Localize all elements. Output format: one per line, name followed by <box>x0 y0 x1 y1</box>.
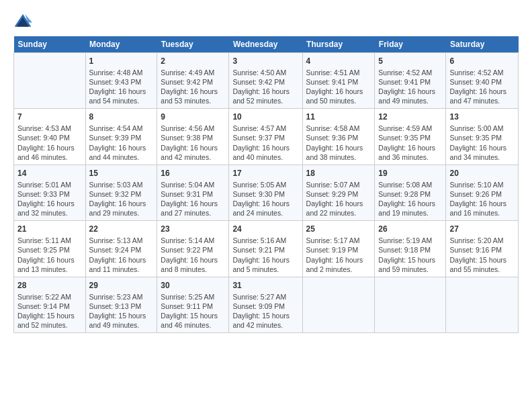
day-number: 15 <box>89 168 154 179</box>
cell-info: Sunrise: 5:23 AM Sunset: 9:13 PM Dayligh… <box>89 292 154 330</box>
day-number: 9 <box>161 111 225 123</box>
cell-info: Sunrise: 5:19 AM Sunset: 9:18 PM Dayligh… <box>378 236 442 274</box>
cell-info: Sunrise: 5:08 AM Sunset: 9:28 PM Dayligh… <box>378 180 442 218</box>
cell-info: Sunrise: 5:20 AM Sunset: 9:16 PM Dayligh… <box>449 236 515 274</box>
day-number: 18 <box>306 168 371 179</box>
cell-info: Sunrise: 4:49 AM Sunset: 9:42 PM Dayligh… <box>161 68 225 106</box>
cell-5-6 <box>375 277 446 332</box>
cell-1-5: 4Sunrise: 4:51 AM Sunset: 9:41 PM Daylig… <box>302 53 375 109</box>
cell-3-6: 19Sunrise: 5:08 AM Sunset: 9:28 PM Dayli… <box>375 165 446 220</box>
cell-2-3: 9Sunrise: 4:56 AM Sunset: 9:38 PM Daylig… <box>157 109 229 165</box>
day-number: 25 <box>306 224 371 235</box>
day-number: 8 <box>89 111 154 123</box>
cell-1-3: 2Sunrise: 4:49 AM Sunset: 9:42 PM Daylig… <box>157 53 229 109</box>
cell-1-1 <box>14 53 86 109</box>
day-number: 11 <box>306 111 371 123</box>
cell-1-2: 1Sunrise: 4:48 AM Sunset: 9:43 PM Daylig… <box>85 53 157 109</box>
day-number: 22 <box>89 224 154 235</box>
cell-info: Sunrise: 5:07 AM Sunset: 9:29 PM Dayligh… <box>306 180 371 218</box>
page: SundayMondayTuesdayWednesdayThursdayFrid… <box>0 0 532 341</box>
cell-5-5 <box>302 277 375 332</box>
day-number: 14 <box>17 168 82 179</box>
cell-info: Sunrise: 5:10 AM Sunset: 9:26 PM Dayligh… <box>449 180 515 218</box>
day-number: 6 <box>449 56 515 67</box>
day-number: 29 <box>89 280 154 291</box>
cell-info: Sunrise: 4:54 AM Sunset: 9:39 PM Dayligh… <box>89 124 154 162</box>
cell-3-2: 15Sunrise: 5:03 AM Sunset: 9:32 PM Dayli… <box>85 165 157 220</box>
day-number: 28 <box>17 280 82 291</box>
cell-4-6: 26Sunrise: 5:19 AM Sunset: 9:18 PM Dayli… <box>375 221 446 277</box>
day-number: 1 <box>89 56 154 67</box>
header <box>13 12 519 31</box>
cell-2-4: 10Sunrise: 4:57 AM Sunset: 9:37 PM Dayli… <box>229 109 302 165</box>
cell-info: Sunrise: 4:59 AM Sunset: 9:35 PM Dayligh… <box>378 124 442 162</box>
day-number: 24 <box>232 224 298 235</box>
cell-info: Sunrise: 4:57 AM Sunset: 9:37 PM Dayligh… <box>232 124 298 162</box>
day-number: 3 <box>232 56 298 67</box>
cell-2-1: 7Sunrise: 4:53 AM Sunset: 9:40 PM Daylig… <box>14 109 86 165</box>
logo-icon <box>13 12 32 31</box>
cell-2-5: 11Sunrise: 4:58 AM Sunset: 9:36 PM Dayli… <box>302 109 375 165</box>
cell-2-6: 12Sunrise: 4:59 AM Sunset: 9:35 PM Dayli… <box>375 109 446 165</box>
day-number: 26 <box>378 224 442 235</box>
cell-5-2: 29Sunrise: 5:23 AM Sunset: 9:13 PM Dayli… <box>85 277 157 332</box>
day-number: 12 <box>378 111 442 123</box>
week-row-5: 28Sunrise: 5:22 AM Sunset: 9:14 PM Dayli… <box>14 277 519 332</box>
cell-info: Sunrise: 5:22 AM Sunset: 9:14 PM Dayligh… <box>17 292 82 330</box>
cell-5-3: 30Sunrise: 5:25 AM Sunset: 9:11 PM Dayli… <box>157 277 229 332</box>
cell-2-2: 8Sunrise: 4:54 AM Sunset: 9:39 PM Daylig… <box>85 109 157 165</box>
cell-3-7: 20Sunrise: 5:10 AM Sunset: 9:26 PM Dayli… <box>446 165 519 220</box>
cell-4-5: 25Sunrise: 5:17 AM Sunset: 9:19 PM Dayli… <box>302 221 375 277</box>
day-number: 10 <box>232 111 298 123</box>
cell-5-7 <box>446 277 519 332</box>
week-row-2: 7Sunrise: 4:53 AM Sunset: 9:40 PM Daylig… <box>14 109 519 165</box>
col-header-sunday: Sunday <box>14 36 86 53</box>
cell-5-4: 31Sunrise: 5:27 AM Sunset: 9:09 PM Dayli… <box>229 277 302 332</box>
day-number: 7 <box>17 111 82 123</box>
logo <box>13 12 35 31</box>
cell-4-2: 22Sunrise: 5:13 AM Sunset: 9:24 PM Dayli… <box>85 221 157 277</box>
cell-3-5: 18Sunrise: 5:07 AM Sunset: 9:29 PM Dayli… <box>302 165 375 220</box>
cell-info: Sunrise: 4:52 AM Sunset: 9:40 PM Dayligh… <box>449 68 515 106</box>
calendar-table: SundayMondayTuesdayWednesdayThursdayFrid… <box>13 36 519 333</box>
cell-info: Sunrise: 5:03 AM Sunset: 9:32 PM Dayligh… <box>89 180 154 218</box>
col-header-friday: Friday <box>375 36 446 53</box>
cell-info: Sunrise: 5:05 AM Sunset: 9:30 PM Dayligh… <box>232 180 298 218</box>
week-row-3: 14Sunrise: 5:01 AM Sunset: 9:33 PM Dayli… <box>14 165 519 220</box>
cell-4-3: 23Sunrise: 5:14 AM Sunset: 9:22 PM Dayli… <box>157 221 229 277</box>
cell-info: Sunrise: 5:25 AM Sunset: 9:11 PM Dayligh… <box>161 292 225 330</box>
day-number: 23 <box>161 224 225 235</box>
cell-2-7: 13Sunrise: 5:00 AM Sunset: 9:35 PM Dayli… <box>446 109 519 165</box>
cell-1-4: 3Sunrise: 4:50 AM Sunset: 9:42 PM Daylig… <box>229 53 302 109</box>
day-number: 13 <box>449 111 515 123</box>
cell-info: Sunrise: 4:48 AM Sunset: 9:43 PM Dayligh… <box>89 68 154 106</box>
cell-1-6: 5Sunrise: 4:52 AM Sunset: 9:41 PM Daylig… <box>375 53 446 109</box>
cell-1-7: 6Sunrise: 4:52 AM Sunset: 9:40 PM Daylig… <box>446 53 519 109</box>
day-number: 4 <box>306 56 371 67</box>
cell-info: Sunrise: 4:53 AM Sunset: 9:40 PM Dayligh… <box>17 124 82 162</box>
cell-4-7: 27Sunrise: 5:20 AM Sunset: 9:16 PM Dayli… <box>446 221 519 277</box>
col-header-thursday: Thursday <box>302 36 375 53</box>
col-header-wednesday: Wednesday <box>229 36 302 53</box>
cell-5-1: 28Sunrise: 5:22 AM Sunset: 9:14 PM Dayli… <box>14 277 86 332</box>
cell-info: Sunrise: 5:11 AM Sunset: 9:25 PM Dayligh… <box>17 236 82 274</box>
cell-info: Sunrise: 4:58 AM Sunset: 9:36 PM Dayligh… <box>306 124 371 162</box>
col-header-monday: Monday <box>85 36 157 53</box>
header-row: SundayMondayTuesdayWednesdayThursdayFrid… <box>14 36 519 53</box>
day-number: 27 <box>449 224 515 235</box>
day-number: 21 <box>17 224 82 235</box>
cell-info: Sunrise: 5:04 AM Sunset: 9:31 PM Dayligh… <box>161 180 225 218</box>
week-row-1: 1Sunrise: 4:48 AM Sunset: 9:43 PM Daylig… <box>14 53 519 109</box>
col-header-tuesday: Tuesday <box>157 36 229 53</box>
day-number: 17 <box>232 168 298 179</box>
cell-3-4: 17Sunrise: 5:05 AM Sunset: 9:30 PM Dayli… <box>229 165 302 220</box>
day-number: 31 <box>232 280 298 291</box>
day-number: 2 <box>161 56 225 67</box>
cell-info: Sunrise: 4:56 AM Sunset: 9:38 PM Dayligh… <box>161 124 225 162</box>
cell-3-1: 14Sunrise: 5:01 AM Sunset: 9:33 PM Dayli… <box>14 165 86 220</box>
col-header-saturday: Saturday <box>446 36 519 53</box>
cell-info: Sunrise: 4:51 AM Sunset: 9:41 PM Dayligh… <box>306 68 371 106</box>
cell-info: Sunrise: 4:52 AM Sunset: 9:41 PM Dayligh… <box>378 68 442 106</box>
cell-info: Sunrise: 5:13 AM Sunset: 9:24 PM Dayligh… <box>89 236 154 274</box>
cell-3-3: 16Sunrise: 5:04 AM Sunset: 9:31 PM Dayli… <box>157 165 229 220</box>
